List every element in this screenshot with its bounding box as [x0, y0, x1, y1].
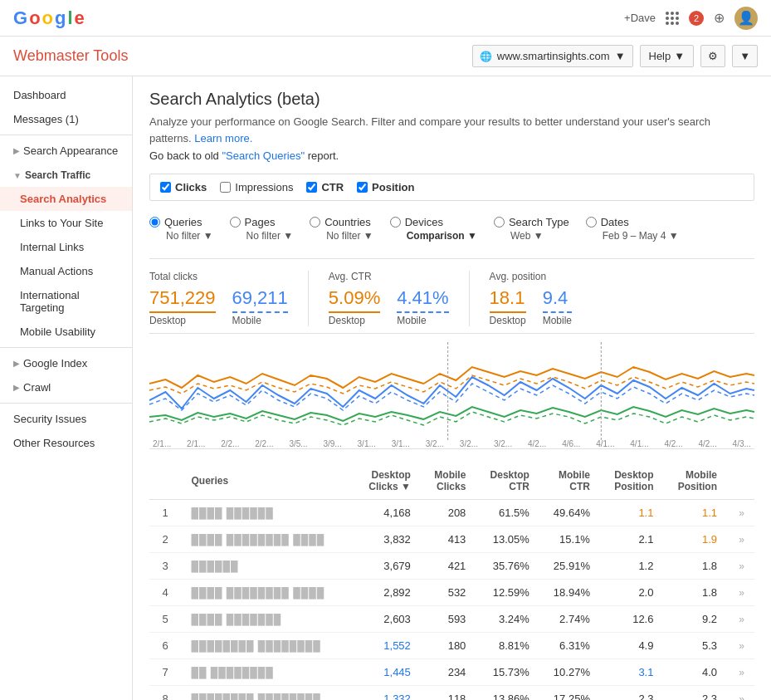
row-chevron[interactable]: »	[727, 553, 754, 580]
desktop-ctr-val: 5.09% Desktop	[329, 287, 380, 326]
desktop-clicks-val: 751,229 Desktop	[149, 287, 216, 326]
chart-svg	[149, 342, 754, 442]
row-query[interactable]: ████ ████████ ████	[181, 580, 354, 606]
devices-group: Devices Comparison ▼	[390, 216, 477, 242]
row-query[interactable]: ████████ ████████	[181, 686, 354, 701]
learn-more-link[interactable]: Learn more.	[194, 132, 252, 144]
col-mobile-pos[interactable]: MobilePosition	[663, 463, 727, 500]
row-chevron[interactable]: »	[727, 500, 754, 526]
data-table: Queries DesktopClicks ▼ MobileClicks Des…	[149, 463, 754, 700]
x-axis-label: 3/5...	[289, 439, 307, 448]
row-desktop-ctr: 15.73%	[476, 659, 539, 686]
sidebar: Dashboard Messages (1) ▶ Search Appearan…	[0, 76, 133, 700]
desktop-clicks-num: 751,229	[149, 287, 216, 309]
help-button[interactable]: Help ▼	[640, 45, 695, 67]
avatar[interactable]: 👤	[734, 7, 758, 30]
ctr-checkbox[interactable]: CTR	[306, 181, 344, 193]
sidebar-item-manual-actions[interactable]: Manual Actions	[0, 259, 132, 283]
col-queries: Queries	[181, 463, 354, 500]
sidebar-item-search-traffic[interactable]: ▼ Search Traffic	[0, 163, 132, 187]
dates-radio[interactable]: Dates	[586, 216, 679, 228]
row-mobile-ctr: 15.1%	[539, 526, 600, 553]
desktop-pos-device: Desktop	[490, 315, 526, 326]
chart-container: 2/1... 2/1... 2/2... 2/2... 3/5... 3/9..…	[149, 333, 754, 449]
sidebar-item-security-issues[interactable]: Security Issues	[0, 407, 132, 431]
search-queries-link[interactable]: "Search Queries"	[222, 149, 305, 162]
sidebar-item-messages[interactable]: Messages (1)	[0, 107, 132, 131]
row-query[interactable]: ████ ███████	[181, 606, 354, 633]
desktop-pos-num: 18.1	[490, 287, 526, 309]
col-mobile-ctr[interactable]: MobileCTR	[539, 463, 600, 500]
devices-radio[interactable]: Devices	[390, 216, 477, 228]
row-chevron[interactable]: »	[727, 580, 754, 606]
search-type-filter[interactable]: Web ▼	[494, 230, 569, 242]
avg-position-title: Avg. position	[490, 271, 572, 282]
dates-filter[interactable]: Feb 9 – May 4 ▼	[586, 230, 679, 242]
sidebar-item-search-analytics[interactable]: Search Analytics	[0, 187, 132, 211]
col-desktop-ctr[interactable]: DesktopCTR	[476, 463, 539, 500]
row-query[interactable]: ██████	[181, 553, 354, 580]
sidebar-item-internal-links[interactable]: Internal Links	[0, 235, 132, 259]
col-desktop-pos[interactable]: DesktopPosition	[600, 463, 664, 500]
mobile-clicks-val: 69,211 Mobile	[232, 287, 288, 326]
devices-filter[interactable]: Comparison ▼	[390, 230, 477, 242]
user-link[interactable]: +Dave	[624, 12, 656, 24]
queries-radio[interactable]: Queries	[149, 216, 213, 228]
mobile-underline	[232, 311, 288, 313]
row-chevron[interactable]: »	[727, 659, 754, 686]
col-mobile-clicks[interactable]: MobileClicks	[421, 463, 476, 500]
col-num	[149, 463, 181, 500]
pages-filter[interactable]: No filter ▼	[230, 230, 294, 242]
clicks-label: Clicks	[175, 181, 207, 193]
sidebar-item-crawl[interactable]: ▶ Crawl	[0, 375, 132, 399]
notification-badge[interactable]: 2	[689, 11, 704, 26]
ctr-label: CTR	[321, 181, 344, 193]
window-icon[interactable]: ⊕	[714, 10, 725, 26]
sidebar-item-links-to-site[interactable]: Links to Your Site	[0, 211, 132, 235]
row-query[interactable]: ██ ████████	[181, 659, 354, 686]
total-clicks-stat: Total clicks 751,229 Desktop 69,211 Mobi…	[149, 271, 309, 326]
search-type-radio[interactable]: Search Type	[494, 216, 569, 228]
row-chevron[interactable]: »	[727, 606, 754, 633]
site-selector[interactable]: 🌐 www.smartinsights.com ▼	[472, 45, 633, 67]
x-axis-label: 4/1...	[630, 439, 648, 448]
sidebar-item-mobile-usability[interactable]: Mobile Usability	[0, 320, 132, 344]
pages-group: Pages No filter ▼	[230, 216, 294, 242]
table-header-row: Queries DesktopClicks ▼ MobileClicks Des…	[149, 463, 754, 500]
x-axis-label: 2/2...	[221, 439, 239, 448]
countries-radio[interactable]: Countries	[310, 216, 373, 228]
sidebar-item-international-targeting[interactable]: International Targeting	[0, 283, 132, 320]
row-chevron[interactable]: »	[727, 686, 754, 701]
clicks-checkbox[interactable]: Clicks	[160, 181, 207, 193]
help-arrow: ▼	[674, 50, 685, 62]
pages-radio[interactable]: Pages	[230, 216, 294, 228]
row-query[interactable]: ████ ████████ ████	[181, 526, 354, 553]
gear-dropdown-arrow[interactable]: ▼	[732, 45, 758, 67]
row-chevron[interactable]: »	[727, 633, 754, 659]
queries-filter[interactable]: No filter ▼	[149, 230, 213, 242]
total-clicks-values: 751,229 Desktop 69,211 Mobile	[149, 287, 288, 326]
position-checkbox[interactable]: Position	[357, 181, 414, 193]
row-query[interactable]: ████████ ████████	[181, 633, 354, 659]
avg-ctr-stat: Avg. CTR 5.09% Desktop 4.41% Mobile	[329, 271, 470, 326]
gear-button[interactable]: ⚙	[700, 45, 725, 67]
row-desktop-ctr: 8.81%	[476, 633, 539, 659]
table-row: 2 ████ ████████ ████ 3,832 413 13.05% 15…	[149, 526, 754, 553]
desktop-underline	[149, 311, 216, 313]
row-chevron[interactable]: »	[727, 526, 754, 553]
row-mobile-ctr: 18.94%	[539, 580, 600, 606]
row-desktop-ctr: 13.86%	[476, 686, 539, 701]
grid-icon[interactable]	[666, 12, 679, 25]
sidebar-item-other-resources[interactable]: Other Resources	[0, 431, 132, 455]
queries-group: Queries No filter ▼	[149, 216, 213, 242]
col-desktop-clicks[interactable]: DesktopClicks ▼	[354, 463, 421, 500]
countries-filter[interactable]: No filter ▼	[310, 230, 373, 242]
row-query[interactable]: ████ ██████	[181, 500, 354, 526]
impressions-checkbox[interactable]: Impressions	[220, 181, 293, 193]
sidebar-item-search-appearance[interactable]: ▶ Search Appearance	[0, 139, 132, 163]
table-row: 3 ██████ 3,679 421 35.76% 25.91% 1.2 1.8…	[149, 553, 754, 580]
row-desktop-clicks: 3,832	[354, 526, 421, 553]
sidebar-item-google-index[interactable]: ▶ Google Index	[0, 351, 132, 375]
sidebar-item-dashboard[interactable]: Dashboard	[0, 83, 132, 107]
mobile-pos-num: 9.4	[543, 287, 572, 309]
